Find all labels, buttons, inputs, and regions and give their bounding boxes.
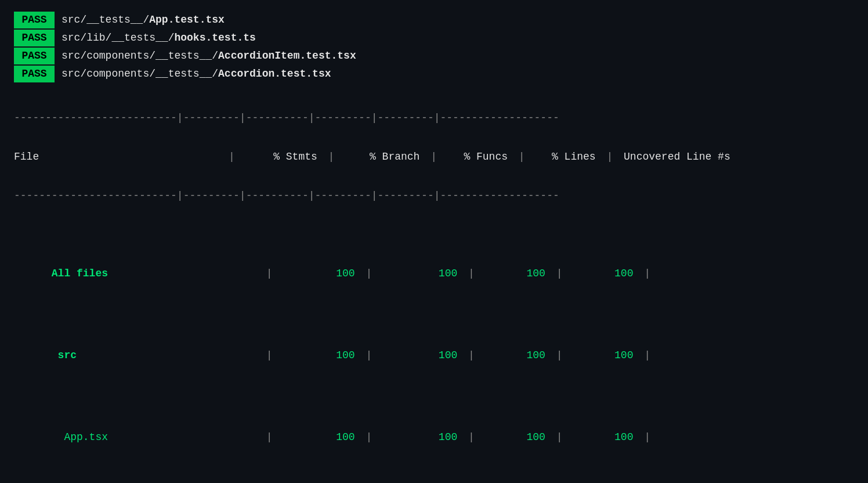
- header-row: File| % Stmts | % Branch | % Funcs | % L…: [14, 149, 854, 165]
- pass-badge-2: PASS: [14, 30, 55, 46]
- divider-top: --------------------------|---------|---…: [14, 110, 854, 126]
- pass-path-4: src/components/__tests__/Accordion.test.…: [62, 66, 331, 82]
- pass-path-1: src/__tests__/App.test.tsx: [62, 12, 225, 28]
- pass-badge-4: PASS: [14, 66, 55, 82]
- divider-header: --------------------------|---------|---…: [14, 188, 854, 204]
- pass-path-2: src/lib/__tests__/hooks.test.ts: [62, 30, 256, 46]
- pass-line-2: PASS src/lib/__tests__/hooks.test.ts: [14, 30, 854, 46]
- pass-line-1: PASS src/__tests__/App.test.tsx: [14, 12, 854, 28]
- pass-badge-3: PASS: [14, 48, 55, 64]
- row-all-files: All files| 100 | 100 | 100 | 100 |: [14, 250, 854, 297]
- row-src: src| 100 | 100 | 100 | 100 |: [14, 332, 854, 379]
- terminal: PASS src/__tests__/App.test.tsx PASS src…: [14, 12, 854, 483]
- pass-section: PASS src/__tests__/App.test.tsx PASS src…: [14, 12, 854, 82]
- coverage-table-wrapper: --------------------------|---------|---…: [14, 87, 854, 483]
- pass-path-3: src/components/__tests__/AccordionItem.t…: [62, 48, 356, 64]
- pass-line-4: PASS src/components/__tests__/Accordion.…: [14, 66, 854, 82]
- pass-badge-1: PASS: [14, 12, 55, 28]
- row-app-tsx: App.tsx| 100 | 100 | 100 | 100 |: [14, 414, 854, 461]
- pass-line-3: PASS src/components/__tests__/AccordionI…: [14, 48, 854, 64]
